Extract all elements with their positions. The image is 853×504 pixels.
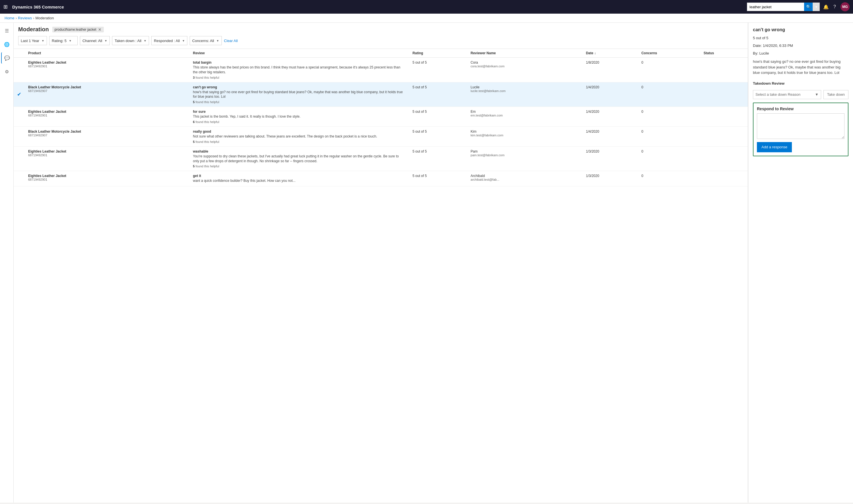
product-id: 68719492901 — [28, 114, 186, 117]
takedown-select[interactable]: Select a take down Reason ▼ — [753, 90, 821, 99]
breadcrumb: Home › Reviews › Moderation — [0, 14, 853, 23]
notification-icon[interactable]: 🔔 — [823, 4, 829, 10]
row-checkbox[interactable] — [14, 107, 25, 127]
table-row[interactable]: Eighties Leather Jacket 68719492901 tota… — [14, 58, 748, 83]
found-helpful: 6 found this helpful — [193, 120, 405, 124]
row-rating: 5 out of 5 — [409, 82, 467, 107]
row-product: Black Leather Motorcycle Jacket 68719492… — [25, 126, 189, 146]
row-product: Eighties Leather Jacket 68719492901 — [25, 58, 189, 83]
row-product: Black Leather Motorcycle Jacket 68719492… — [25, 82, 189, 107]
search-dropdown-arrow[interactable]: ▼ — [813, 3, 819, 11]
row-status — [700, 126, 748, 146]
filter-responded[interactable]: Responded : All ▼ — [151, 36, 187, 45]
respond-section-title: Respond to Review — [757, 107, 845, 111]
table-row[interactable]: ✔ Black Leather Motorcycle Jacket 687194… — [14, 82, 748, 107]
row-date: 1/8/2020 — [582, 58, 638, 83]
reviewer-email: em.test@fabrikam.com — [471, 114, 579, 117]
table-row[interactable]: Black Leather Motorcycle Jacket 68719492… — [14, 126, 748, 146]
product-id: 68719492907 — [28, 133, 186, 137]
help-icon[interactable]: ? — [833, 4, 836, 10]
review-title: total bargin — [193, 60, 405, 65]
panel-review-title: can't go wrong — [753, 27, 849, 32]
row-concerns: 0 — [638, 58, 700, 83]
filter-concerns-arrow: ▼ — [216, 39, 219, 42]
review-body: You're supposed to dry clean these jacke… — [193, 154, 405, 164]
row-status — [700, 146, 748, 171]
table-row[interactable]: Eighties Leather Jacket 68719492901 get … — [14, 171, 748, 186]
takedown-button[interactable]: Take down — [823, 90, 849, 99]
search-button[interactable]: 🔍 — [804, 3, 813, 11]
search-box-top: 🔍 ▼ — [747, 3, 820, 11]
row-review: washable You're supposed to dry clean th… — [189, 146, 409, 171]
row-concerns: 0 — [638, 107, 700, 127]
row-reviewer: Archibald archibald.test@fab... — [467, 171, 582, 186]
col-date[interactable]: Date ↓ — [582, 49, 638, 58]
filter-date[interactable]: Last 1 Year ▼ — [18, 36, 47, 45]
filter-channel[interactable]: Channel: All ▼ — [80, 36, 110, 45]
reviewer-name: Em — [471, 110, 579, 114]
filter-concerns[interactable]: Concerns: All ▼ — [190, 36, 222, 45]
product-id: 68719492901 — [28, 65, 186, 68]
row-reviewer: Kim kim.test@fabrikam.com — [467, 126, 582, 146]
breadcrumb-sep-1: › — [16, 16, 17, 20]
panel-body: how's that saying go? no one ever got fi… — [753, 59, 849, 76]
clear-all-link[interactable]: Clear All — [224, 39, 238, 43]
found-helpful: 5 found this helpful — [193, 100, 405, 104]
sidebar-reviews-icon[interactable]: 💬 — [1, 52, 13, 64]
respond-section: Respond to Review Add a response — [753, 103, 849, 156]
row-checkbox[interactable] — [14, 126, 25, 146]
row-reviewer: Cora cora.test@fabrikam.com — [467, 58, 582, 83]
breadcrumb-home[interactable]: Home — [4, 16, 15, 20]
filter-tag-text: productName:leather jacket — [55, 28, 97, 32]
filter-taken-down-arrow: ▼ — [144, 39, 146, 42]
panel-rating: 5 out of 5 — [753, 36, 849, 40]
sidebar-menu-icon[interactable]: ☰ — [1, 25, 13, 36]
add-response-button[interactable]: Add a response — [757, 142, 792, 152]
content-area: Moderation productName:leather jacket ✕ … — [14, 23, 748, 503]
breadcrumb-reviews[interactable]: Reviews — [18, 16, 32, 20]
user-avatar[interactable]: MG — [840, 2, 850, 11]
sidebar-globe-icon[interactable]: 🌐 — [1, 39, 13, 50]
grid-icon[interactable]: ⊞ — [3, 4, 8, 10]
row-checkbox[interactable] — [14, 58, 25, 83]
search-input-top[interactable] — [747, 5, 804, 9]
row-review: can't go wrong how's that saying go? no … — [189, 82, 409, 107]
filter-rating[interactable]: Rating: 5 ▼ — [49, 36, 77, 45]
sidebar-settings-icon[interactable]: ⚙ — [1, 66, 13, 77]
row-date: 1/3/2020 — [582, 146, 638, 171]
table-container: Product Review Rating Reviewer Name Date… — [14, 49, 748, 503]
row-product: Eighties Leather Jacket 68719492901 — [25, 107, 189, 127]
row-checkbox[interactable] — [14, 146, 25, 171]
filter-tag-close[interactable]: ✕ — [98, 27, 102, 32]
row-status — [700, 107, 748, 127]
check-icon: ✔ — [17, 91, 21, 97]
review-body: want a quick confidence builder? Buy thi… — [193, 178, 405, 183]
col-product: Product — [25, 49, 189, 58]
row-product: Eighties Leather Jacket 68719492901 — [25, 146, 189, 171]
takedown-select-arrow: ▼ — [815, 92, 819, 96]
row-reviewer: Pam pam.test@fabrikam.com — [467, 146, 582, 171]
row-checkbox[interactable]: ✔ — [14, 82, 25, 107]
row-reviewer: Lucile lucile.test@fabrikam.com — [467, 82, 582, 107]
row-review: for sure This jacket is the bomb. Yep, I… — [189, 107, 409, 127]
respond-textarea[interactable] — [757, 113, 845, 139]
table-row[interactable]: Eighties Leather Jacket 68719492901 wash… — [14, 146, 748, 171]
panel-by: By: Lucile — [753, 51, 849, 55]
row-review: get it want a quick confidence builder? … — [189, 171, 409, 186]
review-body: This store always has the best prices on… — [193, 65, 405, 75]
filter-date-arrow: ▼ — [41, 39, 45, 42]
filter-taken-down[interactable]: Taken down : All ▼ — [112, 36, 149, 45]
row-rating: 5 out of 5 — [409, 146, 467, 171]
takedown-select-text: Select a take down Reason — [755, 92, 800, 96]
reviewer-email: archibald.test@fab... — [471, 178, 579, 181]
row-checkbox[interactable] — [14, 171, 25, 186]
filter-channel-arrow: ▼ — [104, 39, 107, 42]
row-status — [700, 58, 748, 83]
row-status — [700, 171, 748, 186]
product-name: Eighties Leather Jacket — [28, 174, 186, 178]
reviewer-email: lucile.test@fabrikam.com — [471, 89, 579, 93]
table-row[interactable]: Eighties Leather Jacket 68719492901 for … — [14, 107, 748, 127]
reviewer-name: Lucile — [471, 85, 579, 89]
filters-row: Last 1 Year ▼ Rating: 5 ▼ Channel: All ▼… — [18, 36, 743, 45]
reviewer-email: kim.test@fabrikam.com — [471, 133, 579, 137]
